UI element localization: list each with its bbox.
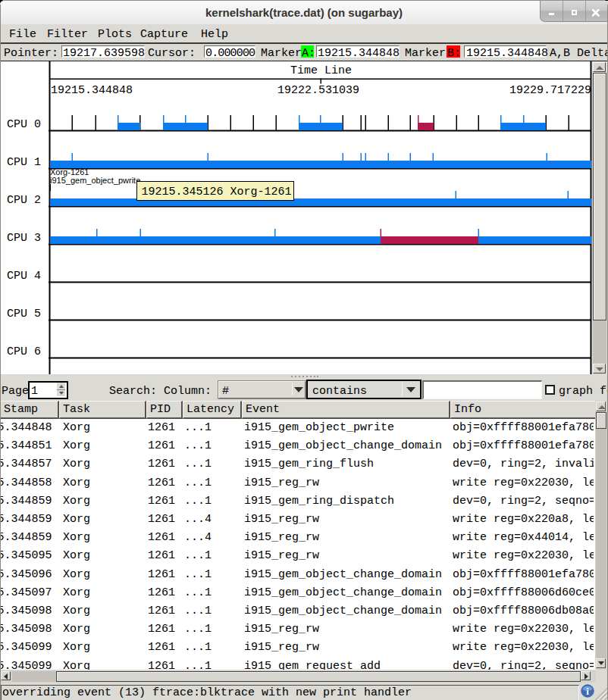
svg-text:i915_gem_object_pwrite: i915_gem_object_pwrite: [50, 176, 140, 185]
svg-text:19215.344848: 19215.344848: [51, 84, 133, 97]
svg-text:CPU 0: CPU 0: [7, 118, 41, 131]
svg-text:19229.717229: 19229.717229: [509, 84, 591, 97]
svg-text:CPU 5: CPU 5: [7, 308, 41, 320]
svg-text:CPU 3: CPU 3: [7, 232, 41, 245]
svg-text:CPU 1: CPU 1: [7, 156, 41, 169]
svg-text:19222.531039: 19222.531039: [277, 84, 359, 97]
svg-text:CPU 2: CPU 2: [7, 194, 41, 207]
svg-text:CPU 4: CPU 4: [7, 270, 41, 283]
svg-text:i: i: [586, 686, 589, 697]
svg-text:Time Line: Time Line: [290, 64, 352, 77]
svg-text:CPU 6: CPU 6: [7, 345, 41, 358]
svg-text:19215.345126 Xorg-1261: 19215.345126 Xorg-1261: [142, 186, 292, 198]
